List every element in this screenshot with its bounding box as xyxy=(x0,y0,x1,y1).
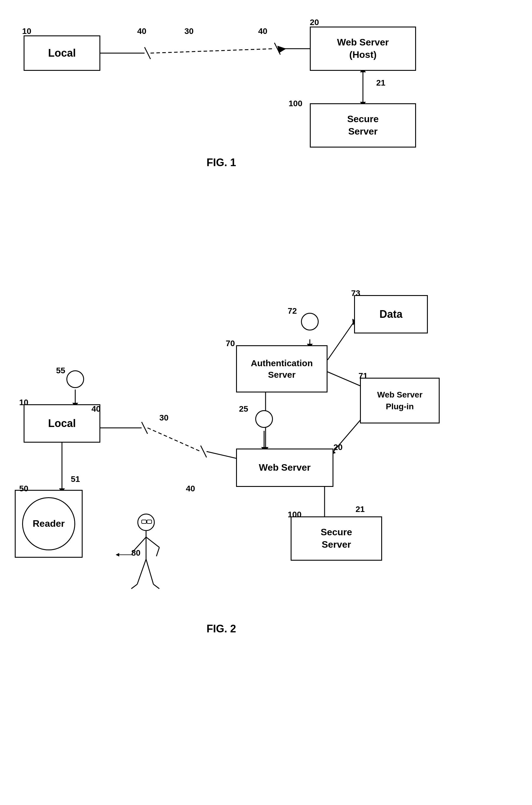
fig2-webserver-box: Web Server xyxy=(236,448,334,487)
fig2-label-40b: 40 xyxy=(186,484,195,493)
fig1-label-21: 21 xyxy=(376,78,385,88)
fig1-label-20: 20 xyxy=(310,18,319,27)
fig2-arrow80-svg xyxy=(115,549,139,561)
fig2-secureserver-box: SecureServer xyxy=(291,516,382,561)
fig2-data-box: Data xyxy=(354,295,428,333)
svg-line-14 xyxy=(141,422,148,434)
svg-marker-47 xyxy=(116,553,119,557)
fig2-reader-label: Reader xyxy=(33,518,65,530)
diagram-container: Local Web Server(Host) SecureServer 10 2… xyxy=(0,0,532,770)
svg-line-16 xyxy=(201,446,207,457)
fig1-secureserver-label: SecureServer xyxy=(347,113,379,137)
fig1-container: Local Web Server(Host) SecureServer 10 2… xyxy=(0,12,532,177)
svg-line-23 xyxy=(327,322,354,360)
fig1-label-10: 10 xyxy=(22,26,31,36)
fig2-data-label: Data xyxy=(379,307,402,321)
fig1-label-100: 100 xyxy=(289,99,302,108)
fig1-webserver-box: Web Server(Host) xyxy=(310,26,416,71)
fig2-label-100: 100 xyxy=(288,510,302,519)
fig2-label-55: 55 xyxy=(56,366,65,375)
fig2-label-25: 25 xyxy=(239,404,248,414)
svg-line-15 xyxy=(148,428,201,452)
svg-line-37 xyxy=(146,537,159,548)
fig2-local-box: Local xyxy=(24,404,100,443)
fig2-title: FIG. 2 xyxy=(177,622,266,635)
fig2-label-20: 20 xyxy=(334,443,343,452)
fig1-label-30: 30 xyxy=(185,26,193,36)
svg-line-2 xyxy=(151,49,274,53)
fig2-webplugin-label: Web ServerPlug-in xyxy=(377,389,422,412)
fig2-label-30: 30 xyxy=(159,413,169,423)
fig2-webplugin-box: Web ServerPlug-in xyxy=(360,378,440,423)
svg-line-42 xyxy=(153,584,159,589)
fig1-local-box: Local xyxy=(24,35,100,71)
svg-marker-4 xyxy=(277,46,286,53)
fig2-reader-box: Reader xyxy=(15,490,83,558)
fig2-container: Local Reader Web Server AuthenticationSe… xyxy=(0,195,532,800)
fig2-label-50: 50 xyxy=(19,484,28,493)
fig2-local-label: Local xyxy=(48,417,76,430)
fig2-authserver-box: AuthenticationServer xyxy=(236,345,327,392)
svg-line-38 xyxy=(156,548,159,556)
fig2-label-72: 72 xyxy=(288,306,297,316)
fig2-label-21: 21 xyxy=(356,504,365,514)
fig1-label-40a: 40 xyxy=(137,26,146,36)
svg-rect-44 xyxy=(147,520,152,523)
fig2-circle-55 xyxy=(66,370,84,388)
fig2-circle-72 xyxy=(301,313,319,330)
fig2-label-73: 73 xyxy=(351,289,360,298)
fig2-circle-25 xyxy=(255,410,273,428)
svg-line-40 xyxy=(146,559,153,584)
fig1-webserver-label: Web Server(Host) xyxy=(337,36,389,61)
fig2-label-70: 70 xyxy=(226,339,235,348)
svg-rect-43 xyxy=(141,520,146,523)
svg-line-3 xyxy=(274,43,280,55)
fig2-secureserver-label: SecureServer xyxy=(321,526,352,551)
fig1-secureserver-box: SecureServer xyxy=(310,103,416,148)
fig2-authserver-label: AuthenticationServer xyxy=(251,357,313,380)
fig2-label-40a: 40 xyxy=(92,404,101,414)
fig2-label-71: 71 xyxy=(359,371,368,381)
fig2-label-10: 10 xyxy=(19,398,28,407)
fig2-label-51: 51 xyxy=(71,475,80,484)
svg-line-1 xyxy=(145,47,151,59)
fig1-label-40b: 40 xyxy=(258,26,267,36)
svg-line-39 xyxy=(137,559,146,584)
fig1-title: FIG. 1 xyxy=(177,156,266,169)
fig2-webserver-label: Web Server xyxy=(259,461,311,474)
svg-line-41 xyxy=(131,584,137,589)
